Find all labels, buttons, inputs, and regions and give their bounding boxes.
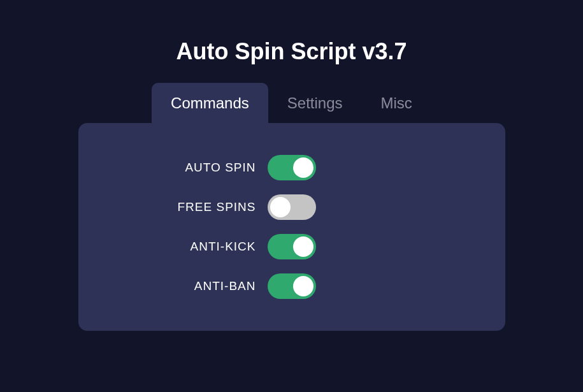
setting-label: ANTI-BAN [129, 279, 256, 293]
toggle-knob [293, 157, 313, 178]
tab-misc[interactable]: Misc [362, 83, 431, 124]
tabs: Commands Settings Misc [152, 83, 431, 124]
toggle-auto-spin[interactable] [268, 155, 316, 180]
setting-label: FREE SPINS [129, 200, 256, 214]
setting-label: AUTO SPIN [129, 161, 256, 175]
setting-row-free-spins: FREE SPINS [78, 194, 505, 220]
settings-panel: AUTO SPIN FREE SPINS ANTI-KICK ANTI-BAN [78, 123, 505, 331]
setting-label: ANTI-KICK [129, 240, 256, 254]
page-title: Auto Spin Script v3.7 [176, 38, 407, 65]
toggle-knob [293, 236, 313, 257]
tab-settings[interactable]: Settings [268, 83, 362, 124]
setting-row-auto-spin: AUTO SPIN [78, 155, 505, 180]
setting-row-anti-kick: ANTI-KICK [78, 234, 505, 259]
toggle-knob [293, 276, 313, 296]
toggle-free-spins[interactable] [268, 194, 316, 220]
toggle-knob [270, 197, 291, 217]
setting-row-anti-ban: ANTI-BAN [78, 273, 505, 299]
toggle-anti-ban[interactable] [268, 273, 316, 299]
toggle-anti-kick[interactable] [268, 234, 316, 259]
tab-commands[interactable]: Commands [152, 83, 268, 124]
